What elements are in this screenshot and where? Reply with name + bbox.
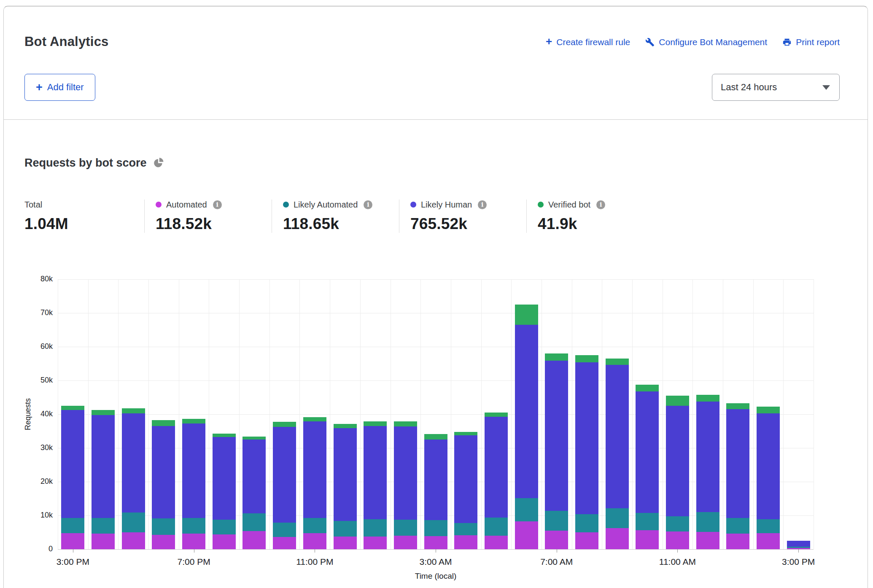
bar-segment-verified-bot[interactable] <box>454 432 477 435</box>
bar-segment-automated[interactable] <box>545 531 568 549</box>
bar-segment-automated[interactable] <box>575 532 598 549</box>
bar-segment-likely-human[interactable] <box>636 391 659 513</box>
bar-segment-likely-human[interactable] <box>334 428 357 521</box>
bar-segment-likely-human[interactable] <box>666 406 689 516</box>
bar-segment-automated[interactable] <box>334 537 357 549</box>
bar-segment-likely-human[interactable] <box>182 423 205 518</box>
bar-segment-automated[interactable] <box>394 536 417 549</box>
bar-segment-likely-automated[interactable] <box>636 513 659 530</box>
bar-segment-likely-human[interactable] <box>242 440 266 513</box>
bar-segment-likely-human[interactable] <box>92 415 115 518</box>
bar-segment-likely-automated[interactable] <box>485 518 508 536</box>
info-icon[interactable]: i <box>596 200 605 209</box>
bar-segment-likely-automated[interactable] <box>213 520 236 534</box>
bar-segment-verified-bot[interactable] <box>92 410 115 415</box>
bar-segment-likely-human[interactable] <box>364 426 387 519</box>
add-filter-button[interactable]: + Add filter <box>24 74 95 101</box>
bar-segment-likely-automated[interactable] <box>364 519 387 537</box>
bar-segment-automated[interactable] <box>726 534 749 549</box>
bar-segment-automated[interactable] <box>122 532 145 549</box>
bar-segment-likely-human[interactable] <box>515 325 538 498</box>
bar-segment-likely-automated[interactable] <box>61 518 84 534</box>
bar-segment-likely-human[interactable] <box>545 361 568 511</box>
bar-segment-likely-human[interactable] <box>454 435 477 523</box>
bar-segment-automated[interactable] <box>757 533 780 549</box>
bar-segment-automated[interactable] <box>636 530 659 549</box>
bar-segment-likely-human[interactable] <box>213 437 236 520</box>
bar-segment-likely-automated[interactable] <box>545 511 568 531</box>
bar-segment-likely-automated[interactable] <box>394 520 417 536</box>
info-icon[interactable]: i <box>478 200 487 209</box>
bar-segment-verified-bot[interactable] <box>242 437 266 440</box>
bar-segment-likely-automated[interactable] <box>787 547 810 548</box>
bar-segment-likely-automated[interactable] <box>424 520 447 536</box>
bar-segment-likely-automated[interactable] <box>152 518 175 534</box>
bar-segment-likely-automated[interactable] <box>303 518 326 534</box>
bar-segment-likely-human[interactable] <box>575 362 598 514</box>
bar-segment-automated[interactable] <box>61 533 84 549</box>
bar-segment-verified-bot[interactable] <box>152 420 175 426</box>
bar-segment-automated[interactable] <box>92 534 115 549</box>
bar-segment-automated[interactable] <box>152 535 175 549</box>
info-icon[interactable]: i <box>213 200 222 209</box>
bar-segment-verified-bot[interactable] <box>424 434 447 440</box>
bar-segment-likely-human[interactable] <box>757 413 780 519</box>
bar-segment-likely-automated[interactable] <box>242 513 266 531</box>
bar-segment-verified-bot[interactable] <box>303 417 326 421</box>
bar-segment-verified-bot[interactable] <box>545 353 568 361</box>
bar-segment-verified-bot[interactable] <box>606 359 629 365</box>
bar-segment-verified-bot[interactable] <box>485 413 508 417</box>
bar-segment-verified-bot[interactable] <box>757 407 780 414</box>
bar-segment-automated[interactable] <box>182 534 205 549</box>
bar-segment-likely-human[interactable] <box>61 410 84 518</box>
bar-segment-automated[interactable] <box>242 531 266 549</box>
bar-segment-likely-automated[interactable] <box>726 518 749 534</box>
bar-segment-likely-automated[interactable] <box>757 519 780 534</box>
bar-segment-verified-bot[interactable] <box>334 424 357 428</box>
bar-segment-automated[interactable] <box>303 533 326 549</box>
bar-segment-likely-automated[interactable] <box>182 518 205 534</box>
bar-segment-automated[interactable] <box>515 521 538 549</box>
bar-segment-verified-bot[interactable] <box>636 385 659 391</box>
bar-segment-likely-human[interactable] <box>122 413 145 512</box>
bar-segment-verified-bot[interactable] <box>122 408 145 413</box>
bar-segment-automated[interactable] <box>424 536 447 549</box>
bar-segment-likely-human[interactable] <box>273 427 296 523</box>
bar-segment-likely-automated[interactable] <box>334 521 357 537</box>
bar-segment-likely-human[interactable] <box>485 417 508 517</box>
bar-segment-verified-bot[interactable] <box>394 421 417 426</box>
bar-segment-likely-automated[interactable] <box>606 508 629 528</box>
bar-segment-verified-bot[interactable] <box>515 305 538 325</box>
bar-segment-verified-bot[interactable] <box>61 406 84 410</box>
bar-segment-automated[interactable] <box>485 536 508 549</box>
bar-segment-verified-bot[interactable] <box>182 419 205 423</box>
bar-segment-likely-automated[interactable] <box>515 498 538 521</box>
bar-segment-likely-automated[interactable] <box>273 523 296 537</box>
bar-segment-likely-human[interactable] <box>394 426 417 520</box>
bar-segment-likely-human[interactable] <box>152 426 175 518</box>
action-link-print-report[interactable]: Print report <box>782 37 840 47</box>
time-range-select[interactable]: Last 24 hours <box>712 74 840 101</box>
bar-segment-automated[interactable] <box>273 537 296 549</box>
bar-segment-automated[interactable] <box>364 537 387 549</box>
bar-segment-likely-human[interactable] <box>424 440 447 520</box>
bar-segment-verified-bot[interactable] <box>666 396 689 406</box>
bar-segment-likely-automated[interactable] <box>666 516 689 531</box>
bar-segment-verified-bot[interactable] <box>213 434 236 437</box>
bar-segment-automated[interactable] <box>666 531 689 549</box>
action-link-create-firewall-rule[interactable]: +Create firewall rule <box>546 37 630 47</box>
bar-segment-likely-human[interactable] <box>696 402 719 512</box>
bar-segment-verified-bot[interactable] <box>726 403 749 409</box>
bar-segment-likely-human[interactable] <box>303 421 326 518</box>
bar-segment-automated[interactable] <box>606 528 629 549</box>
bar-segment-likely-automated[interactable] <box>122 512 145 532</box>
info-icon[interactable]: i <box>364 200 372 209</box>
bar-segment-likely-human[interactable] <box>606 365 629 508</box>
bar-segment-likely-human[interactable] <box>787 541 810 547</box>
bar-segment-verified-bot[interactable] <box>696 395 719 402</box>
bar-segment-automated[interactable] <box>213 534 236 549</box>
bar-segment-verified-bot[interactable] <box>273 422 296 426</box>
bar-segment-automated[interactable] <box>454 535 477 549</box>
bar-segment-likely-human[interactable] <box>726 409 749 518</box>
bar-segment-verified-bot[interactable] <box>364 421 387 426</box>
